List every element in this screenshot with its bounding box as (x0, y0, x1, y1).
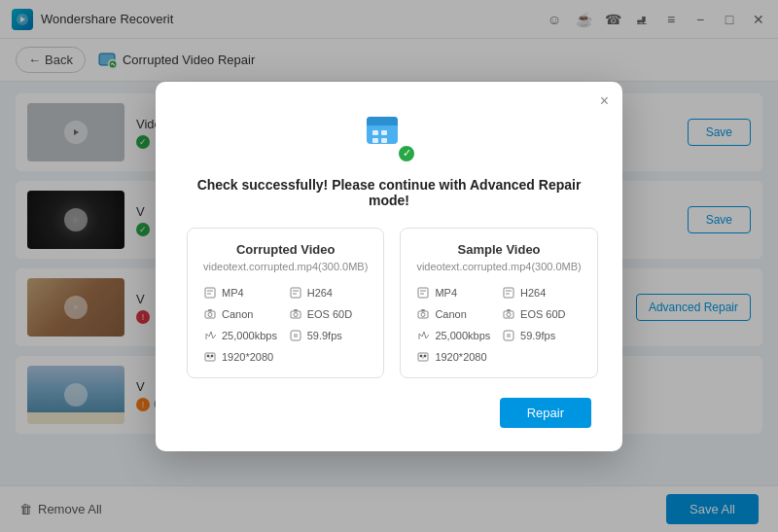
svg-rect-23 (504, 288, 513, 298)
sample-fps-icon (502, 329, 515, 342)
sample-bitrate: 25,000kbps (416, 329, 496, 342)
sample-video-card: Sample Video videotext.corrupted.mp4(300… (400, 228, 597, 378)
svg-rect-10 (372, 138, 378, 143)
svg-rect-11 (381, 138, 387, 143)
corrupted-brand: Canon (203, 307, 283, 321)
svg-rect-13 (291, 288, 301, 298)
corrupted-video-card: Corrupted Video videotext.corrupted.mp4(… (187, 228, 384, 378)
modal-icon-area: ✓ (187, 109, 591, 163)
sample-resolution: 1920*2080 (416, 350, 496, 364)
svg-rect-21 (205, 353, 215, 361)
fps-icon (289, 329, 302, 342)
corrupted-bitrate: 25,000kbps (203, 329, 283, 342)
bitrate-icon (203, 329, 217, 342)
codec-icon (289, 286, 302, 300)
svg-rect-7 (367, 123, 398, 125)
corrupted-fps: 59.9fps (289, 329, 369, 342)
corrupted-card-title: Corrupted Video (203, 242, 368, 257)
sample-card-details: MP4 H264 Canon (416, 286, 581, 364)
sample-brand: Canon (416, 307, 496, 321)
modal-dialog: × ✓ Check successfully! Please continue … (156, 82, 622, 451)
corrupted-codec: H264 (289, 286, 369, 300)
modal-title: Check successfully! Please continue with… (187, 177, 591, 208)
svg-point-18 (294, 312, 298, 316)
sample-format: MP4 (416, 286, 496, 300)
camera2-icon (289, 307, 302, 321)
svg-rect-31 (418, 353, 428, 361)
modal-cards: Corrupted Video videotext.corrupted.mp4(… (187, 228, 591, 378)
sample-format-icon (416, 286, 430, 300)
sample-camera-icon (416, 307, 430, 321)
corrupted-card-details: MP4 H264 Canon (203, 286, 368, 364)
repair-button[interactable]: Repair (500, 398, 591, 428)
format-icon (203, 286, 217, 300)
svg-rect-12 (205, 288, 215, 298)
sample-card-title: Sample Video (416, 242, 581, 257)
sample-camera2-icon (502, 307, 515, 321)
sample-bitrate-icon (416, 329, 430, 342)
resolution-icon (203, 350, 217, 364)
svg-rect-9 (381, 130, 387, 135)
sample-codec: H264 (502, 286, 582, 300)
sample-resolution-icon (416, 350, 430, 364)
svg-rect-8 (372, 130, 378, 135)
modal-overlay: × ✓ Check successfully! Please continue … (0, 0, 778, 532)
svg-point-25 (421, 312, 425, 316)
corrupted-resolution: 1920*2080 (203, 350, 283, 364)
svg-rect-16 (208, 309, 212, 311)
svg-point-15 (208, 312, 212, 316)
corrupted-format: MP4 (203, 286, 283, 300)
modal-footer: Repair (187, 398, 591, 428)
sample-fps: 59.9fps (502, 329, 582, 342)
modal-icon: ✓ (362, 109, 416, 163)
camera-icon (203, 307, 217, 321)
svg-rect-29 (507, 309, 511, 311)
check-badge: ✓ (397, 144, 416, 163)
svg-point-28 (507, 312, 511, 316)
corrupted-model: EOS 60D (289, 307, 369, 321)
modal-close-button[interactable]: × (600, 93, 609, 109)
sample-model: EOS 60D (502, 307, 582, 321)
sample-codec-icon (502, 286, 515, 300)
svg-rect-26 (421, 309, 425, 311)
corrupted-card-subtitle: videotext.corrupted.mp4(300.0MB) (203, 261, 368, 272)
svg-rect-19 (294, 309, 298, 311)
svg-rect-22 (418, 288, 428, 298)
sample-card-subtitle: videotext.corrupted.mp4(300.0MB) (416, 261, 581, 272)
